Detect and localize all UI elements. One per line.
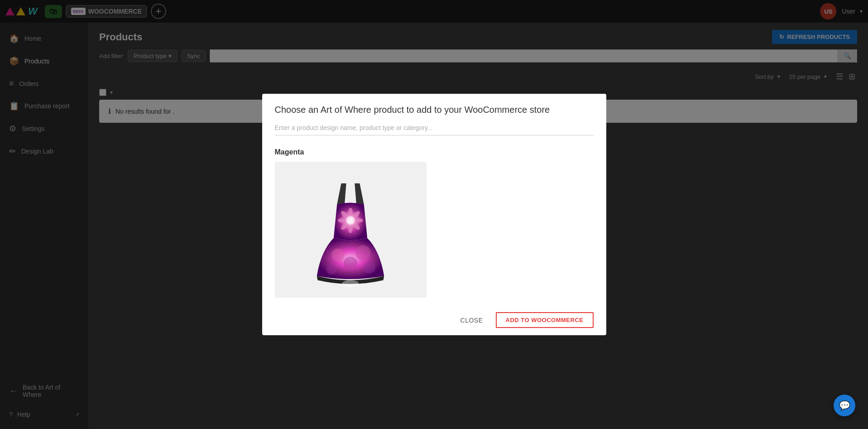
modal-dialog: Choose an Art of Where product to add to…	[262, 94, 606, 335]
svg-point-15	[342, 280, 359, 287]
svg-point-1	[346, 216, 355, 225]
modal-title: Choose an Art of Where product to add to…	[275, 105, 594, 115]
add-to-woocommerce-button[interactable]: ADD TO WOOCOMMERCE	[496, 312, 594, 328]
svg-point-11	[355, 245, 370, 260]
fab-icon: 💬	[839, 400, 850, 411]
svg-point-13	[326, 265, 336, 275]
modal-footer: CLOSE ADD TO WOOCOMMERCE	[262, 305, 606, 335]
svg-point-6	[348, 227, 352, 233]
svg-point-10	[331, 249, 344, 261]
svg-point-12	[344, 256, 357, 270]
svg-point-4	[356, 218, 363, 222]
modal-overlay[interactable]: Choose an Art of Where product to add to…	[0, 0, 868, 429]
close-modal-button[interactable]: CLOSE	[453, 313, 490, 328]
svg-point-8	[338, 218, 345, 222]
svg-point-14	[364, 262, 375, 274]
modal-body: Magenta	[262, 141, 606, 305]
fab-help-button[interactable]: 💬	[834, 395, 855, 416]
svg-point-2	[348, 208, 352, 215]
product-section-title: Magenta	[275, 148, 594, 156]
modal-search-input[interactable]	[275, 121, 594, 135]
dress-image	[301, 171, 400, 289]
modal-header: Choose an Art of Where product to add to…	[262, 94, 606, 141]
product-image-card	[275, 162, 427, 298]
